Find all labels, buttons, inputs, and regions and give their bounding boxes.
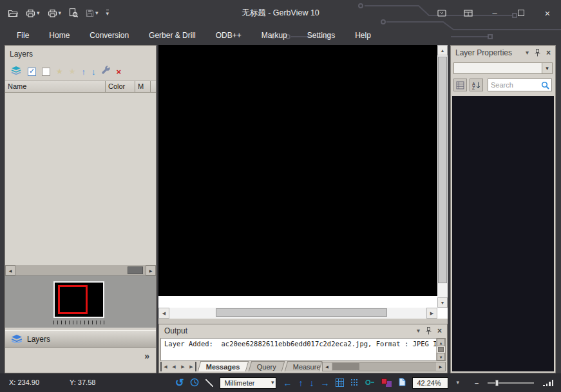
scroll-right-button[interactable]: ▶ (436, 362, 445, 371)
last-tab-button[interactable]: ▶ (187, 362, 196, 371)
menu-settings[interactable]: Settings (307, 31, 335, 40)
add-layers-button[interactable] (11, 66, 22, 78)
clock-tool-button[interactable] (190, 378, 199, 388)
gerber-canvas[interactable] (158, 45, 437, 296)
layer-preview-thumbnail[interactable] (53, 281, 104, 318)
vscrollbar-track[interactable] (437, 55, 448, 297)
properties-pin-button[interactable] (535, 49, 540, 57)
horizontal-splitter[interactable] (158, 319, 448, 324)
tab-query[interactable]: Query (248, 361, 285, 371)
svg-text:Z: Z (472, 86, 475, 89)
column-header-color[interactable]: Color (106, 81, 135, 93)
prev-tab-button[interactable]: ◀ (169, 362, 178, 371)
scroll-left-button[interactable]: ◀ (323, 362, 332, 371)
categorized-view-button[interactable] (453, 79, 467, 91)
undo-button[interactable]: ↺ (175, 378, 184, 388)
print-preview-button[interactable] (68, 7, 79, 19)
menu-help[interactable]: Help (355, 31, 371, 40)
menu-conversion[interactable]: Conversion (90, 31, 129, 40)
vscrollbar-thumb[interactable] (438, 57, 447, 283)
properties-menu-button[interactable]: ▾ (526, 50, 529, 56)
collapse-ribbon-button[interactable] (437, 8, 446, 18)
scroll-up-button[interactable]: ▲ (437, 339, 445, 346)
scroll-right-button[interactable]: ▶ (146, 265, 156, 275)
scrollbar-thumb[interactable] (128, 266, 143, 274)
zoom-out-dash-icon[interactable]: – (475, 379, 479, 387)
caret-down-icon[interactable]: ▾ (542, 63, 552, 73)
highlight-on-button[interactable]: ★ (56, 68, 63, 75)
output-menu-button[interactable]: ▾ (417, 328, 420, 334)
quick-access-toolbar: ▾ ▾ ▾ ▾ (6, 0, 110, 26)
zoom-level-dropdown[interactable]: 42.24% (412, 377, 448, 389)
delete-layer-button[interactable]: × (117, 68, 122, 76)
pan-up-button[interactable]: ↑ (298, 378, 303, 387)
zoom-slider[interactable] (488, 379, 534, 387)
slider-thumb[interactable] (495, 380, 499, 386)
save-button[interactable]: ▾ (84, 8, 100, 19)
line-tool-button[interactable] (205, 379, 213, 387)
scroll-down-button[interactable]: ▼ (437, 297, 448, 308)
sort-az-button[interactable]: AZ (470, 79, 483, 91)
scroll-right-button[interactable]: ▶ (426, 308, 437, 319)
panel-overflow-button[interactable]: » (144, 351, 149, 361)
color-swatch-button[interactable] (381, 378, 392, 387)
move-layer-up-button[interactable]: ↑ (82, 68, 86, 76)
highlight-off-button[interactable]: ★ (69, 68, 76, 75)
pan-left-button[interactable]: ← (283, 378, 292, 387)
move-layer-down-button[interactable]: ↓ (91, 68, 96, 76)
properties-close-button[interactable]: × (546, 49, 551, 57)
unit-dropdown[interactable]: Millimeter ▾ (220, 377, 276, 389)
column-header-name[interactable]: Name (5, 81, 106, 93)
canvas-horizontal-scrollbar[interactable]: ◀ ▶ (158, 308, 437, 319)
snap-object-button[interactable] (365, 379, 375, 387)
customize-toolbar-button[interactable]: ▾ (105, 8, 111, 18)
output-log[interactable]: Layer Added: ac20ee62882611ebb6edd017c2d… (160, 338, 446, 361)
pan-down-button[interactable]: ↓ (309, 378, 314, 387)
maximize-button[interactable] (517, 8, 526, 18)
layer-tools-button[interactable] (102, 66, 111, 77)
layer-selector-dropdown[interactable]: ▾ (453, 62, 553, 74)
window-layout-button[interactable] (464, 8, 473, 18)
search-input[interactable] (488, 81, 541, 89)
hscrollbar-thumb[interactable] (332, 363, 359, 370)
open-file-button[interactable] (6, 8, 19, 19)
scroll-down-button[interactable]: ▼ (437, 353, 445, 360)
output-close-button[interactable]: × (437, 327, 442, 335)
scrollbar-track[interactable] (15, 265, 146, 275)
scroll-left-button[interactable]: ◀ (158, 308, 169, 319)
tab-measure[interactable]: Measure (284, 361, 322, 371)
menu-gerber-drill[interactable]: Gerber & Drill (149, 31, 196, 40)
minimize-button[interactable]: – (490, 8, 499, 18)
snap-grid-button[interactable] (350, 378, 359, 387)
next-tab-button[interactable]: ▶ (178, 362, 187, 371)
canvas-vertical-scrollbar[interactable]: ▲ ▼ (437, 45, 448, 308)
zoom-caret-button[interactable]: ▾ (456, 380, 459, 386)
properties-grid[interactable] (452, 96, 554, 371)
output-tabs-hscrollbar[interactable]: ◀ ▶ (322, 362, 446, 371)
print-button[interactable]: ▾ (24, 8, 41, 19)
document-button[interactable] (399, 378, 406, 387)
output-log-vscrollbar[interactable]: ▲ ▼ (436, 339, 445, 360)
tab-messages[interactable]: Messages (198, 361, 249, 371)
layers-list[interactable] (5, 93, 156, 265)
quick-print-button[interactable]: ▾ (46, 8, 63, 19)
select-all-checkbox[interactable]: ✓ (28, 68, 36, 76)
grid-toggle-button[interactable] (336, 378, 344, 387)
pan-right-button[interactable]: → (320, 378, 329, 387)
scroll-up-button[interactable]: ▲ (437, 45, 448, 55)
layers-horizontal-scrollbar[interactable]: ◀ ▶ (5, 265, 156, 275)
first-tab-button[interactable]: ◀ (160, 362, 169, 371)
output-pin-button[interactable] (426, 327, 432, 335)
menu-odbpp[interactable]: ODB++ (216, 31, 242, 40)
menu-markup[interactable]: Markup (261, 31, 287, 40)
deselect-all-checkbox[interactable] (42, 68, 50, 76)
scroll-left-button[interactable]: ◀ (5, 265, 15, 275)
close-button[interactable]: × (543, 8, 552, 18)
hscrollbar-track[interactable] (169, 308, 426, 319)
menu-home[interactable]: Home (49, 31, 70, 40)
menu-file[interactable]: File (17, 31, 29, 40)
hscrollbar-thumb[interactable] (216, 308, 387, 317)
column-header-m[interactable]: M (135, 81, 151, 93)
vscrollbar-thumb[interactable] (438, 347, 444, 352)
layers-tab[interactable]: Layers (5, 330, 156, 348)
